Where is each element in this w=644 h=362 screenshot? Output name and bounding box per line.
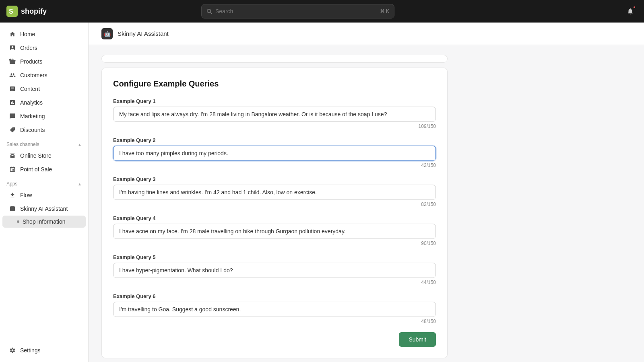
- sidebar-label-shop-information: Shop Information: [23, 218, 66, 225]
- query2-counter: 42/150: [113, 162, 436, 168]
- flow-icon: [9, 191, 16, 199]
- submit-row: Submit: [113, 332, 436, 347]
- sidebar-item-settings[interactable]: Settings: [2, 343, 86, 357]
- sidebar-item-analytics[interactable]: Analytics: [2, 96, 86, 109]
- search-bar[interactable]: ⌘ K: [201, 4, 394, 19]
- sidebar-item-discounts[interactable]: Discounts: [2, 123, 86, 137]
- query4-group: Example Query 4 90/150: [113, 215, 436, 246]
- customers-icon: [9, 72, 16, 79]
- page-header-icon: 🤖: [101, 28, 113, 39]
- query2-label: Example Query 2: [113, 137, 436, 143]
- query1-group: Example Query 1 109/150: [113, 98, 436, 129]
- card-title: Configure Example Queries: [113, 79, 436, 88]
- sidebar-label-skinny-ai: Skinny AI Assistant: [20, 206, 68, 212]
- previous-card-hint: [101, 55, 448, 63]
- shopify-logo-icon: S: [6, 6, 18, 17]
- query1-counter: 109/150: [113, 123, 436, 129]
- query3-counter: 82/150: [113, 202, 436, 207]
- logo-text: shopify: [21, 7, 47, 16]
- notification-dot: [633, 6, 636, 9]
- sidebar-item-shop-information[interactable]: Shop Information: [2, 216, 86, 228]
- search-input[interactable]: [215, 8, 377, 14]
- query5-counter: 44/150: [113, 280, 436, 285]
- query3-input[interactable]: [113, 185, 436, 200]
- sidebar-label-home: Home: [20, 31, 35, 37]
- sidebar-item-online-store[interactable]: Online Store: [2, 149, 86, 162]
- sidebar-label-products: Products: [20, 58, 42, 65]
- logo[interactable]: S shopify: [6, 6, 87, 17]
- query6-counter: 48/150: [113, 319, 436, 324]
- bell-icon: [627, 8, 634, 15]
- sidebar-label-marketing: Marketing: [20, 113, 45, 119]
- query3-group: Example Query 3 82/150: [113, 176, 436, 207]
- sidebar-item-skinny-ai[interactable]: Skinny AI Assistant: [2, 202, 86, 216]
- sidebar-item-marketing[interactable]: Marketing: [2, 109, 86, 123]
- ai-icon: [9, 205, 16, 212]
- layout: Home Orders Products Customers Content: [0, 0, 644, 362]
- discounts-icon: [9, 126, 16, 134]
- query4-label: Example Query 4: [113, 215, 436, 221]
- sidebar-label-analytics: Analytics: [20, 99, 43, 106]
- submit-button[interactable]: Submit: [399, 332, 436, 347]
- sidebar: Home Orders Products Customers Content: [0, 23, 89, 362]
- apps-label: Apps: [6, 181, 17, 187]
- sidebar-label-point-of-sale: Point of Sale: [20, 166, 52, 173]
- home-icon: [9, 31, 16, 38]
- query4-counter: 90/150: [113, 241, 436, 246]
- sidebar-item-customers[interactable]: Customers: [2, 68, 86, 82]
- query5-group: Example Query 5 44/150: [113, 254, 436, 285]
- query3-label: Example Query 3: [113, 176, 436, 182]
- sidebar-item-home[interactable]: Home: [2, 27, 86, 41]
- svg-text:S: S: [9, 8, 13, 15]
- products-icon: [9, 58, 16, 65]
- svg-rect-4: [10, 206, 15, 211]
- pos-icon: [9, 166, 16, 173]
- sidebar-item-flow[interactable]: Flow: [2, 188, 86, 202]
- query2-group: Example Query 2 42/150: [113, 137, 436, 168]
- sales-channels-label: Sales channels: [6, 142, 39, 147]
- svg-line-3: [211, 12, 212, 14]
- sidebar-item-products[interactable]: Products: [2, 55, 86, 68]
- query6-input[interactable]: [113, 302, 436, 317]
- sidebar-label-settings: Settings: [20, 347, 41, 354]
- page-header: 🤖 Skinny AI Assistant: [89, 23, 644, 45]
- sidebar-label-customers: Customers: [20, 72, 47, 78]
- search-shortcut: ⌘ K: [380, 8, 389, 14]
- sales-channels-chevron: ▲: [78, 142, 82, 147]
- query1-input[interactable]: [113, 107, 436, 122]
- orders-icon: [9, 44, 16, 51]
- search-icon: [206, 8, 212, 14]
- sidebar-label-orders: Orders: [20, 45, 37, 51]
- analytics-icon: [9, 99, 16, 106]
- notification-button[interactable]: [623, 4, 638, 19]
- main-content: 🤖 Skinny AI Assistant Configure Example …: [89, 23, 644, 362]
- query5-input[interactable]: [113, 263, 436, 278]
- apps-section[interactable]: Apps ▲: [0, 176, 88, 188]
- configure-queries-card: Configure Example Queries Example Query …: [101, 68, 448, 358]
- content-icon: [9, 85, 16, 93]
- sidebar-item-point-of-sale[interactable]: Point of Sale: [2, 162, 86, 176]
- sidebar-label-online-store: Online Store: [20, 152, 52, 159]
- sidebar-label-discounts: Discounts: [20, 127, 45, 133]
- nav-right: [623, 4, 638, 19]
- sub-dot-icon: [17, 220, 19, 223]
- query6-group: Example Query 6 48/150: [113, 293, 436, 324]
- sidebar-item-orders[interactable]: Orders: [2, 41, 86, 55]
- query2-input[interactable]: [113, 146, 436, 161]
- apps-chevron: ▲: [78, 182, 82, 186]
- top-navigation: S shopify ⌘ K: [0, 0, 644, 23]
- page-icon-emoji: 🤖: [104, 31, 111, 37]
- query4-input[interactable]: [113, 224, 436, 239]
- query5-label: Example Query 5: [113, 254, 436, 260]
- sidebar-item-content[interactable]: Content: [2, 82, 86, 96]
- online-store-icon: [9, 152, 16, 159]
- marketing-icon: [9, 113, 16, 120]
- query1-label: Example Query 1: [113, 98, 436, 104]
- sales-channels-section[interactable]: Sales channels ▲: [0, 137, 88, 149]
- content-area: Configure Example Queries Example Query …: [89, 45, 644, 362]
- settings-icon: [9, 347, 16, 354]
- page-header-title: Skinny AI Assistant: [118, 30, 169, 37]
- sidebar-label-flow: Flow: [20, 192, 32, 198]
- sidebar-label-content: Content: [20, 86, 40, 92]
- query6-label: Example Query 6: [113, 293, 436, 299]
